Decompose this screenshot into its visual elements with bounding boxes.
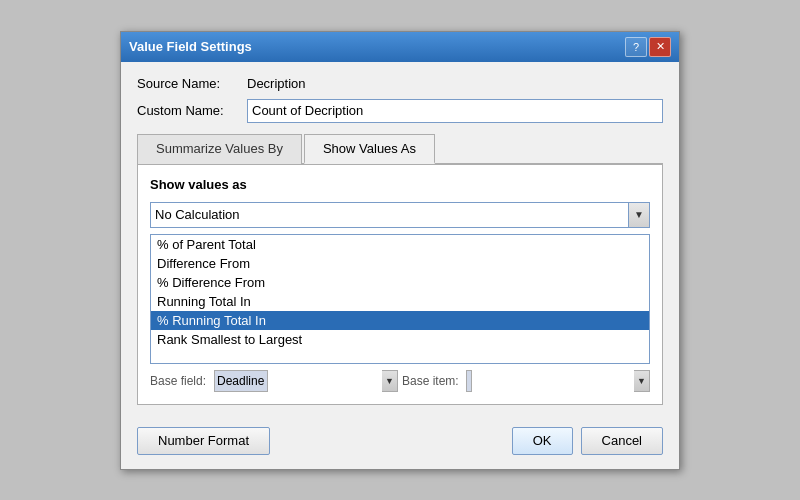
calculation-dropdown-container: No Calculation % of Parent Total Differe… (150, 202, 650, 228)
help-button[interactable]: ? (625, 37, 647, 57)
calculation-list[interactable]: % of Parent Total Difference From % Diff… (150, 234, 650, 364)
base-item-label: Base item: (402, 374, 462, 388)
tab-content: Show values as No Calculation % of Paren… (137, 165, 663, 405)
base-item-dropdown[interactable] (466, 370, 472, 392)
custom-name-row: Custom Name: (137, 99, 663, 123)
source-name-label: Source Name: (137, 76, 247, 91)
footer-action-buttons: OK Cancel (512, 427, 663, 455)
title-bar-controls: ? ✕ (625, 37, 671, 57)
section-title: Show values as (150, 177, 650, 192)
custom-name-label-text: Custom Name: (137, 103, 224, 118)
close-button[interactable]: ✕ (649, 37, 671, 57)
source-name-row: Source Name: Decription (137, 76, 663, 91)
base-field-label: Base field: (150, 374, 210, 388)
base-field-dropdown-wrap: Deadline ▼ (214, 370, 398, 392)
base-item-dropdown-wrap: ▼ (466, 370, 650, 392)
list-item[interactable]: % of Parent Total (151, 235, 649, 254)
list-box-container: % of Parent Total Difference From % Diff… (150, 234, 650, 364)
calculation-dropdown[interactable]: No Calculation % of Parent Total Differe… (150, 202, 650, 228)
footer-row: Number Format OK Cancel (121, 417, 679, 469)
custom-name-input[interactable] (247, 99, 663, 123)
base-field-arrow-icon: ▼ (382, 370, 398, 392)
base-field-row: Base field: Deadline ▼ Base item: ▼ (150, 370, 650, 392)
base-field-dropdown[interactable]: Deadline (214, 370, 268, 392)
ok-button[interactable]: OK (512, 427, 573, 455)
base-item-arrow-icon: ▼ (634, 370, 650, 392)
cancel-button[interactable]: Cancel (581, 427, 663, 455)
custom-name-label: Custom Name: (137, 103, 247, 118)
source-name-value: Decription (247, 76, 306, 91)
tab-summarize-values-by[interactable]: Summarize Values By (137, 134, 302, 164)
list-item[interactable]: % Difference From (151, 273, 649, 292)
list-item[interactable]: Rank Smallest to Largest (151, 330, 649, 349)
dialog-body: Source Name: Decription Custom Name: Sum… (121, 62, 679, 417)
tab-show-values-as[interactable]: Show Values As (304, 134, 435, 164)
list-item[interactable]: Running Total In (151, 292, 649, 311)
list-item-selected[interactable]: % Running Total In (151, 311, 649, 330)
list-item[interactable]: Difference From (151, 254, 649, 273)
number-format-button[interactable]: Number Format (137, 427, 270, 455)
value-field-settings-dialog: Value Field Settings ? ✕ Source Name: De… (120, 31, 680, 470)
tabs-row: Summarize Values By Show Values As (137, 133, 663, 165)
title-bar: Value Field Settings ? ✕ (121, 32, 679, 62)
dialog-title: Value Field Settings (129, 39, 252, 54)
